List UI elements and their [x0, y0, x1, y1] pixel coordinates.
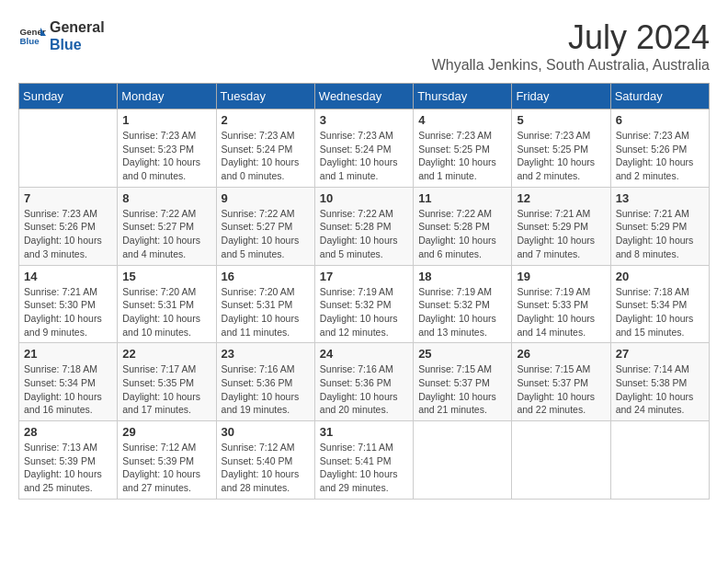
- logo-icon: General Blue: [18, 22, 46, 50]
- day-number: 12: [517, 191, 605, 205]
- calendar-cell: 27Sunrise: 7:14 AMSunset: 5:38 PMDayligh…: [610, 343, 709, 421]
- day-info: Sunrise: 7:13 AMSunset: 5:39 PMDaylight:…: [24, 441, 112, 495]
- day-info: Sunrise: 7:11 AMSunset: 5:41 PMDaylight:…: [320, 441, 408, 495]
- location-title: Whyalla Jenkins, South Australia, Austra…: [432, 57, 710, 74]
- calendar-week-2: 7Sunrise: 7:23 AMSunset: 5:26 PMDaylight…: [19, 187, 710, 265]
- calendar-cell: 5Sunrise: 7:23 AMSunset: 5:25 PMDaylight…: [512, 109, 610, 188]
- day-info: Sunrise: 7:22 AMSunset: 5:27 PMDaylight:…: [122, 207, 210, 261]
- day-info: Sunrise: 7:12 AMSunset: 5:39 PMDaylight:…: [122, 441, 210, 495]
- day-info: Sunrise: 7:23 AMSunset: 5:24 PMDaylight:…: [222, 129, 310, 183]
- day-number: 18: [418, 270, 506, 283]
- month-title: July 2024: [432, 18, 710, 57]
- calendar-cell: 20Sunrise: 7:18 AMSunset: 5:34 PMDayligh…: [610, 265, 709, 343]
- day-info: Sunrise: 7:15 AMSunset: 5:37 PMDaylight:…: [418, 362, 506, 417]
- calendar-cell: 11Sunrise: 7:22 AMSunset: 5:28 PMDayligh…: [414, 187, 512, 265]
- day-info: Sunrise: 7:22 AMSunset: 5:28 PMDaylight:…: [320, 207, 408, 261]
- calendar-cell: [610, 421, 709, 500]
- day-number: 21: [24, 347, 112, 361]
- day-info: Sunrise: 7:23 AMSunset: 5:26 PMDaylight:…: [24, 207, 112, 261]
- calendar-cell: 13Sunrise: 7:21 AMSunset: 5:29 PMDayligh…: [610, 187, 709, 265]
- day-info: Sunrise: 7:21 AMSunset: 5:29 PMDaylight:…: [616, 207, 704, 261]
- calendar-cell: 3Sunrise: 7:23 AMSunset: 5:24 PMDaylight…: [314, 109, 413, 188]
- logo-blue-text: Blue: [50, 36, 105, 53]
- day-number: 4: [418, 113, 506, 127]
- day-header-saturday: Saturday: [610, 84, 709, 109]
- calendar-table: SundayMondayTuesdayWednesdayThursdayFrid…: [18, 83, 710, 500]
- day-info: Sunrise: 7:21 AMSunset: 5:29 PMDaylight:…: [517, 207, 605, 261]
- calendar-cell: 30Sunrise: 7:12 AMSunset: 5:40 PMDayligh…: [216, 421, 314, 500]
- day-info: Sunrise: 7:22 AMSunset: 5:28 PMDaylight:…: [418, 207, 506, 261]
- logo: General Blue General Blue: [18, 18, 105, 53]
- calendar-week-4: 21Sunrise: 7:18 AMSunset: 5:34 PMDayligh…: [19, 343, 710, 421]
- day-number: 14: [24, 270, 112, 283]
- day-header-friday: Friday: [512, 84, 610, 109]
- day-number: 9: [222, 191, 310, 205]
- calendar-cell: 28Sunrise: 7:13 AMSunset: 5:39 PMDayligh…: [19, 421, 118, 500]
- day-info: Sunrise: 7:20 AMSunset: 5:31 PMDaylight:…: [222, 285, 310, 339]
- day-info: Sunrise: 7:23 AMSunset: 5:25 PMDaylight:…: [517, 129, 605, 183]
- day-number: 16: [222, 270, 310, 283]
- calendar-cell: 14Sunrise: 7:21 AMSunset: 5:30 PMDayligh…: [19, 265, 118, 343]
- day-info: Sunrise: 7:12 AMSunset: 5:40 PMDaylight:…: [222, 441, 310, 495]
- day-number: 31: [320, 425, 408, 439]
- calendar-cell: 22Sunrise: 7:17 AMSunset: 5:35 PMDayligh…: [118, 343, 216, 421]
- day-number: 3: [320, 113, 408, 127]
- calendar-cell: 12Sunrise: 7:21 AMSunset: 5:29 PMDayligh…: [512, 187, 610, 265]
- day-info: Sunrise: 7:18 AMSunset: 5:34 PMDaylight:…: [24, 362, 112, 417]
- day-number: 1: [122, 113, 210, 127]
- calendar-week-3: 14Sunrise: 7:21 AMSunset: 5:30 PMDayligh…: [19, 265, 710, 343]
- day-header-thursday: Thursday: [414, 84, 512, 109]
- calendar-cell: 8Sunrise: 7:22 AMSunset: 5:27 PMDaylight…: [118, 187, 216, 265]
- calendar-cell: 16Sunrise: 7:20 AMSunset: 5:31 PMDayligh…: [216, 265, 314, 343]
- day-number: 28: [24, 425, 112, 439]
- day-number: 25: [418, 347, 506, 361]
- calendar-cell: 1Sunrise: 7:23 AMSunset: 5:23 PMDaylight…: [118, 109, 216, 188]
- day-number: 22: [122, 347, 210, 361]
- day-number: 7: [24, 191, 112, 205]
- svg-text:Blue: Blue: [20, 36, 40, 46]
- day-number: 27: [616, 347, 704, 361]
- day-number: 5: [517, 113, 605, 127]
- day-info: Sunrise: 7:21 AMSunset: 5:30 PMDaylight:…: [24, 285, 112, 339]
- day-number: 17: [320, 270, 408, 283]
- page-header: General Blue General Blue July 2024 Whya…: [18, 18, 710, 74]
- day-number: 8: [122, 191, 210, 205]
- day-number: 6: [616, 113, 704, 127]
- day-number: 30: [222, 425, 310, 439]
- day-info: Sunrise: 7:15 AMSunset: 5:37 PMDaylight:…: [517, 362, 605, 417]
- day-info: Sunrise: 7:19 AMSunset: 5:32 PMDaylight:…: [320, 285, 408, 339]
- day-number: 20: [616, 270, 704, 283]
- day-number: 15: [122, 270, 210, 283]
- calendar-cell: 31Sunrise: 7:11 AMSunset: 5:41 PMDayligh…: [314, 421, 413, 500]
- day-number: 23: [222, 347, 310, 361]
- calendar-cell: 19Sunrise: 7:19 AMSunset: 5:33 PMDayligh…: [512, 265, 610, 343]
- calendar-cell: [512, 421, 610, 500]
- day-number: 19: [517, 270, 605, 283]
- day-info: Sunrise: 7:23 AMSunset: 5:25 PMDaylight:…: [418, 129, 506, 183]
- day-info: Sunrise: 7:23 AMSunset: 5:23 PMDaylight:…: [122, 129, 210, 183]
- calendar-cell: 4Sunrise: 7:23 AMSunset: 5:25 PMDaylight…: [414, 109, 512, 188]
- day-number: 11: [418, 191, 506, 205]
- day-header-wednesday: Wednesday: [314, 84, 413, 109]
- calendar-cell: 2Sunrise: 7:23 AMSunset: 5:24 PMDaylight…: [216, 109, 314, 188]
- day-info: Sunrise: 7:20 AMSunset: 5:31 PMDaylight:…: [122, 285, 210, 339]
- day-header-monday: Monday: [118, 84, 216, 109]
- day-info: Sunrise: 7:23 AMSunset: 5:26 PMDaylight:…: [616, 129, 704, 183]
- calendar-header-row: SundayMondayTuesdayWednesdayThursdayFrid…: [19, 84, 710, 109]
- calendar-cell: [19, 109, 118, 188]
- day-header-tuesday: Tuesday: [216, 84, 314, 109]
- calendar-week-5: 28Sunrise: 7:13 AMSunset: 5:39 PMDayligh…: [19, 421, 710, 500]
- day-number: 2: [222, 113, 310, 127]
- calendar-cell: 24Sunrise: 7:16 AMSunset: 5:36 PMDayligh…: [314, 343, 413, 421]
- calendar-cell: 26Sunrise: 7:15 AMSunset: 5:37 PMDayligh…: [512, 343, 610, 421]
- calendar-week-1: 1Sunrise: 7:23 AMSunset: 5:23 PMDaylight…: [19, 109, 710, 188]
- calendar-body: 1Sunrise: 7:23 AMSunset: 5:23 PMDaylight…: [19, 109, 710, 500]
- calendar-cell: 23Sunrise: 7:16 AMSunset: 5:36 PMDayligh…: [216, 343, 314, 421]
- day-header-sunday: Sunday: [19, 84, 118, 109]
- calendar-cell: 18Sunrise: 7:19 AMSunset: 5:32 PMDayligh…: [414, 265, 512, 343]
- logo-general-text: General: [50, 18, 105, 36]
- calendar-cell: [414, 421, 512, 500]
- day-info: Sunrise: 7:22 AMSunset: 5:27 PMDaylight:…: [222, 207, 310, 261]
- day-info: Sunrise: 7:17 AMSunset: 5:35 PMDaylight:…: [122, 362, 210, 417]
- calendar-cell: 29Sunrise: 7:12 AMSunset: 5:39 PMDayligh…: [118, 421, 216, 500]
